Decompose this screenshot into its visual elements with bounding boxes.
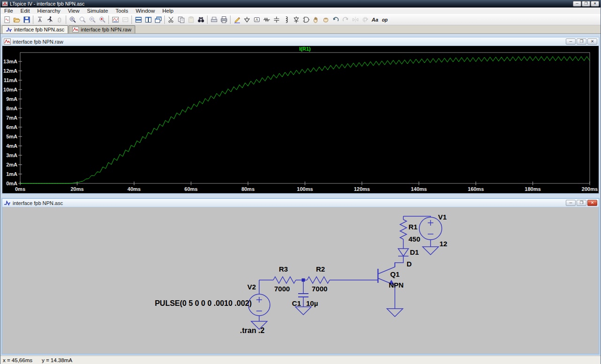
transistor-q1-value[interactable]: NPN [389, 281, 404, 289]
menu-edit[interactable]: Edit [17, 8, 34, 14]
menu-help[interactable]: Help [159, 8, 177, 14]
plot-settings-button[interactable] [120, 15, 130, 24]
schematic-window: interface fpb NPN.asc ─ ❐ ✕ R1 450 [1, 198, 600, 355]
text-button[interactable]: Aa [370, 15, 380, 24]
label-net-button[interactable]: A [252, 15, 262, 24]
voltage-source-v2-value[interactable]: PULSE(0 5 0 0 0 .0010 .002) [155, 299, 252, 307]
find-button[interactable] [196, 15, 206, 24]
schematic-window-titlebar[interactable]: interface fpb NPN.asc ─ ❐ ✕ [2, 199, 599, 207]
schematic-minimize-button[interactable]: ─ [566, 200, 576, 206]
schematic-svg[interactable]: R1 450 V1 12 D1 D [2, 207, 599, 354]
autorange-button[interactable] [110, 15, 120, 24]
new-schematic-button[interactable] [2, 15, 12, 24]
y-tick-label: 10mA [3, 87, 17, 92]
diode-d1-value[interactable]: D [407, 260, 412, 268]
menu-simulate[interactable]: Simulate [83, 8, 112, 14]
wire-button[interactable] [232, 15, 242, 24]
menu-view[interactable]: View [64, 8, 84, 14]
tab-waveform[interactable]: interface fpb NPN.raw [69, 25, 135, 33]
cut-button[interactable] [166, 15, 176, 24]
redo-button[interactable] [340, 15, 350, 24]
undo-button[interactable] [331, 15, 340, 24]
schematic-maximize-button[interactable]: ❐ [577, 200, 586, 206]
resistor-button[interactable] [262, 15, 271, 24]
tile-vertical-button[interactable] [143, 15, 153, 24]
tab-schematic[interactable]: interface fpb NPN.asc [2, 25, 68, 33]
print-preview-button[interactable] [209, 15, 219, 24]
voltage-source-v2-name[interactable]: V2 [247, 283, 256, 291]
mirror-button[interactable] [350, 15, 360, 24]
waveform-svg[interactable]: I(R1)0mA1mA2mA3mA4mA5mA6mA7mA8mA9mA10mA1… [2, 46, 599, 193]
capacitor-button[interactable] [271, 15, 281, 24]
ground-c1[interactable] [295, 307, 311, 315]
tile-horizontal-button[interactable] [133, 15, 143, 24]
zoom-area-button[interactable] [77, 15, 87, 24]
diode-d1-name[interactable]: D1 [410, 248, 419, 256]
schematic-close-button[interactable]: ✕ [587, 200, 597, 206]
diode-d1[interactable] [398, 249, 408, 256]
spice-directive-button[interactable]: op [380, 15, 390, 24]
wire-pencil-icon [233, 16, 241, 23]
drag-button[interactable] [321, 15, 331, 24]
close-button[interactable]: ✕ [591, 1, 599, 7]
open-button[interactable] [12, 15, 22, 24]
voltage-source-v1-name[interactable]: V1 [438, 213, 447, 221]
x-tick-label: 120ms [354, 186, 370, 192]
spice-directive-text[interactable]: .tran .2 [240, 326, 265, 334]
halt-button[interactable] [54, 15, 64, 24]
zoom-out-icon [89, 16, 96, 23]
print-button[interactable] [219, 15, 229, 24]
move-button[interactable] [311, 15, 321, 24]
control-panel-button[interactable] [35, 15, 45, 24]
waveform-close-button[interactable]: ✕ [587, 38, 597, 45]
inductor-button[interactable] [281, 15, 291, 24]
diode-d1-body[interactable] [398, 249, 408, 256]
y-tick-label: 12mA [3, 68, 17, 74]
zoom-out-button[interactable] [87, 15, 97, 24]
zoom-full-extents-button[interactable] [97, 15, 107, 24]
trace-label[interactable]: I(R1) [299, 46, 311, 52]
copy-button[interactable] [176, 15, 186, 24]
paste-button[interactable] [186, 15, 196, 24]
resistor-r1-value[interactable]: 450 [408, 235, 420, 243]
menu-window[interactable]: Window [132, 8, 159, 14]
capacitor-c1[interactable] [298, 294, 308, 297]
ltspice-logo-icon [2, 1, 8, 7]
resistor-r3-name[interactable]: R3 [279, 265, 288, 273]
run-button[interactable] [45, 15, 54, 24]
ground-button[interactable] [242, 15, 252, 24]
toolbar-separator [33, 15, 33, 24]
resistor-r3-value[interactable]: 7000 [274, 285, 290, 293]
menu-tools[interactable]: Tools [112, 8, 132, 14]
rotate-button[interactable] [360, 15, 370, 24]
waveform-tab-icon [72, 27, 79, 32]
voltage-source-v1-value[interactable]: 12 [439, 240, 447, 248]
waveform-window-titlebar[interactable]: interface fpb NPN.raw ─ ❐ ✕ [2, 38, 599, 46]
waveform-maximize-button[interactable]: ❐ [577, 38, 586, 45]
menu-hierarchy[interactable]: Hierarchy [33, 8, 64, 14]
minimize-button[interactable]: ─ [573, 1, 581, 7]
capacitor-c1-value[interactable]: 10µ [306, 299, 318, 307]
waveform-minimize-button[interactable]: ─ [566, 38, 576, 45]
current-trace[interactable] [20, 57, 590, 183]
capacitor-c1-name[interactable]: C1 [292, 299, 301, 307]
restore-button[interactable]: ❐ [582, 1, 590, 7]
ground-q1[interactable] [387, 309, 403, 317]
resistor-r2[interactable] [307, 277, 330, 283]
cut-icon [168, 16, 175, 23]
resistor-r2-name[interactable]: R2 [316, 265, 325, 273]
zoom-in-button[interactable] [68, 15, 77, 24]
menu-file[interactable]: File [0, 8, 17, 14]
paste-icon [187, 16, 195, 23]
resistor-r2-value[interactable]: 7000 [312, 285, 327, 293]
component-button[interactable] [301, 15, 311, 24]
diode-button[interactable] [291, 15, 301, 24]
ground-v1[interactable] [423, 247, 439, 255]
resistor-r3[interactable] [273, 277, 296, 283]
resistor-r1-body[interactable] [400, 220, 407, 239]
resistor-r1-name[interactable]: R1 [408, 223, 417, 231]
cascade-windows-button[interactable] [153, 15, 163, 24]
save-button[interactable] [22, 15, 31, 24]
transistor-q1-name[interactable]: Q1 [390, 270, 400, 278]
resistor-r1[interactable] [400, 220, 407, 239]
